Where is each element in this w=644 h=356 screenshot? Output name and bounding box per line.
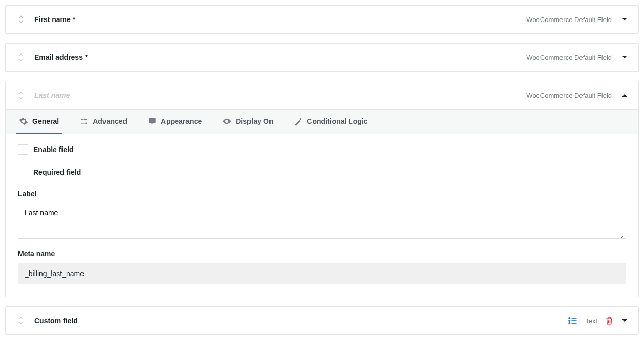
field-header[interactable]: Email address * WooCommerce Default Fiel… bbox=[6, 44, 638, 71]
field-row[interactable]: Custom field Text bbox=[5, 306, 639, 335]
tab-appearance[interactable]: Appearance bbox=[144, 110, 205, 134]
field-title: Custom field bbox=[34, 317, 78, 325]
chevron-down-icon[interactable] bbox=[621, 16, 628, 23]
svg-point-2 bbox=[85, 122, 87, 124]
drag-handle-icon[interactable] bbox=[16, 53, 26, 61]
drag-handle-icon[interactable] bbox=[16, 91, 26, 99]
chevron-down-icon[interactable] bbox=[621, 54, 628, 61]
tab-general[interactable]: General bbox=[16, 110, 62, 134]
tab-display-on[interactable]: Display On bbox=[219, 110, 276, 134]
svg-rect-3 bbox=[81, 123, 85, 124]
field-badge: WooCommerce Default Field bbox=[526, 16, 612, 24]
tab-label: Appearance bbox=[161, 117, 202, 125]
tab-label: Advanced bbox=[93, 117, 127, 125]
svg-rect-1 bbox=[84, 119, 88, 120]
enable-field-label: Enable field bbox=[33, 145, 74, 154]
label-input[interactable] bbox=[18, 203, 626, 239]
tab-label: Conditional Logic bbox=[307, 117, 367, 125]
list-icon[interactable] bbox=[568, 316, 578, 326]
field-title: Email address * bbox=[34, 53, 88, 61]
tab-advanced[interactable]: Advanced bbox=[76, 110, 130, 134]
field-title: Last name bbox=[34, 91, 70, 99]
tab-conditional-logic[interactable]: Conditional Logic bbox=[290, 110, 370, 134]
drag-handle-icon[interactable] bbox=[16, 317, 26, 325]
svg-point-9 bbox=[569, 318, 570, 319]
monitor-icon bbox=[148, 117, 157, 126]
field-row-expanded: Last name WooCommerce Default Field Gene… bbox=[5, 81, 639, 297]
meta-name-input bbox=[18, 263, 626, 284]
meta-name-label: Meta name bbox=[18, 249, 626, 258]
wand-icon bbox=[294, 117, 303, 126]
enable-field-checkbox[interactable] bbox=[18, 144, 28, 155]
chevron-up-icon[interactable] bbox=[621, 92, 628, 99]
eye-icon bbox=[222, 117, 232, 126]
required-field-row[interactable]: Required field bbox=[18, 167, 626, 177]
sliders-icon bbox=[79, 117, 89, 126]
svg-point-0 bbox=[81, 119, 83, 120]
field-title: First name * bbox=[34, 15, 75, 24]
enable-field-row[interactable]: Enable field bbox=[18, 144, 626, 155]
chevron-down-icon[interactable] bbox=[621, 317, 628, 324]
settings-tabs: General Advanced Appearance Display On C… bbox=[6, 109, 638, 134]
field-badge: WooCommerce Default Field bbox=[526, 54, 612, 61]
general-panel: Enable field Required field Label Meta n… bbox=[6, 134, 638, 297]
svg-rect-5 bbox=[151, 124, 154, 125]
field-badge: WooCommerce Default Field bbox=[526, 92, 612, 99]
drag-handle-icon[interactable] bbox=[16, 15, 26, 24]
field-row[interactable]: First name * WooCommerce Default Field bbox=[5, 5, 639, 34]
field-header[interactable]: Last name WooCommerce Default Field bbox=[6, 81, 638, 109]
field-type-label: Text bbox=[585, 317, 597, 325]
trash-icon[interactable] bbox=[605, 316, 614, 325]
required-field-checkbox[interactable] bbox=[18, 167, 28, 177]
field-row[interactable]: Email address * WooCommerce Default Fiel… bbox=[5, 43, 639, 72]
svg-point-10 bbox=[569, 320, 570, 322]
tab-label: General bbox=[32, 117, 59, 125]
svg-rect-4 bbox=[149, 118, 156, 123]
field-header[interactable]: First name * WooCommerce Default Field bbox=[6, 6, 638, 33]
gear-icon bbox=[19, 117, 28, 126]
required-field-label: Required field bbox=[33, 168, 81, 176]
svg-point-11 bbox=[569, 323, 570, 324]
field-header[interactable]: Custom field Text bbox=[6, 307, 638, 334]
label-field-label: Label bbox=[18, 190, 626, 198]
tab-label: Display On bbox=[236, 117, 273, 125]
